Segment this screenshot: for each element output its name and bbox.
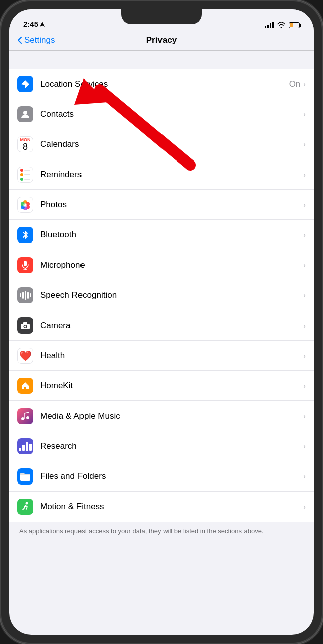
phone-screen: 2:45 xyxy=(9,9,314,635)
files-item[interactable]: Files and Folders › xyxy=(9,461,314,492)
fitness-label: Motion & Fitness xyxy=(40,502,303,512)
speech-bar-2 xyxy=(22,292,24,299)
music-icon xyxy=(17,408,33,424)
location-status-icon xyxy=(40,22,45,27)
back-button[interactable]: Settings xyxy=(17,35,55,45)
notch xyxy=(121,9,202,24)
health-label: Health xyxy=(40,351,303,361)
rem-line-1 xyxy=(24,170,30,171)
rem-dot-1 xyxy=(20,169,23,172)
svg-point-0 xyxy=(23,111,27,115)
wifi-icon xyxy=(277,22,286,28)
microphone-label: Microphone xyxy=(40,260,303,270)
files-icon xyxy=(17,468,33,485)
svg-point-16 xyxy=(26,502,28,505)
health-item[interactable]: ❤️ Health › xyxy=(9,341,314,371)
research-icon xyxy=(17,438,33,454)
music-chevron: › xyxy=(303,412,306,420)
phone-frame: 2:45 xyxy=(0,0,323,644)
back-chevron-icon xyxy=(17,36,22,44)
health-heart-icon: ❤️ xyxy=(19,351,32,361)
health-icon: ❤️ xyxy=(17,348,33,364)
files-chevron: › xyxy=(303,472,306,480)
rem-line-2 xyxy=(24,174,30,175)
svg-rect-15 xyxy=(20,474,30,481)
fitness-item[interactable]: Motion & Fitness › xyxy=(9,492,314,522)
speech-recognition-label: Speech Recognition xyxy=(40,290,303,300)
calendars-icon-inner: MON 8 xyxy=(20,137,31,151)
files-label: Files and Folders xyxy=(40,471,303,481)
bluetooth-icon xyxy=(17,227,33,243)
homekit-label: HomeKit xyxy=(40,381,303,391)
signal-bars xyxy=(265,22,274,28)
calendars-item[interactable]: MON 8 Calendars › xyxy=(9,129,314,159)
contacts-item[interactable]: Contacts › xyxy=(9,99,314,129)
signal-bar-2 xyxy=(267,25,269,28)
speech-recognition-item[interactable]: Speech Recognition › xyxy=(9,280,314,310)
back-label: Settings xyxy=(24,35,55,45)
calendars-chevron: › xyxy=(303,140,306,148)
speech-recognition-icon xyxy=(17,287,33,303)
reminders-icon xyxy=(17,167,33,183)
photos-chevron: › xyxy=(303,201,306,209)
research-bar-4 xyxy=(29,444,32,451)
research-bar-3 xyxy=(26,442,28,451)
svg-point-13 xyxy=(24,325,26,327)
homekit-item[interactable]: HomeKit › xyxy=(9,371,314,401)
svg-rect-8 xyxy=(24,261,27,266)
calendars-icon: MON 8 xyxy=(17,136,33,152)
rem-dot-3 xyxy=(20,178,23,181)
location-services-chevron: › xyxy=(303,80,306,88)
speech-bar-1 xyxy=(20,293,21,297)
homekit-icon xyxy=(17,378,33,394)
photos-flower-icon xyxy=(18,198,32,212)
calendars-label: Calendars xyxy=(40,139,303,149)
reminders-icon-inner xyxy=(20,169,30,181)
research-bar-2 xyxy=(22,445,25,451)
photos-icon xyxy=(17,197,33,213)
reminders-chevron: › xyxy=(303,171,306,179)
microphone-chevron: › xyxy=(303,261,306,269)
settings-list: Location Services On › Contacts › xyxy=(9,69,314,522)
reminders-item[interactable]: Reminders › xyxy=(9,159,314,190)
bluetooth-item[interactable]: Bluetooth › xyxy=(9,220,314,250)
contacts-label: Contacts xyxy=(40,109,303,119)
bluetooth-label: Bluetooth xyxy=(40,230,303,240)
camera-item[interactable]: Camera › xyxy=(9,310,314,341)
location-arrow-icon xyxy=(21,79,30,89)
signal-bar-4 xyxy=(272,22,274,28)
speech-bar-3 xyxy=(25,291,26,300)
homekit-house-icon xyxy=(21,381,30,390)
rem-row-3 xyxy=(20,178,30,181)
photos-item[interactable]: Photos › xyxy=(9,190,314,220)
photos-label: Photos xyxy=(40,200,303,210)
microphone-item[interactable]: Microphone › xyxy=(9,250,314,280)
research-bar-1 xyxy=(19,448,21,451)
rem-row-1 xyxy=(20,169,30,172)
research-bars-icon xyxy=(19,442,32,451)
time-display: 2:45 xyxy=(23,20,38,28)
research-label: Research xyxy=(40,441,303,451)
health-chevron: › xyxy=(303,352,306,360)
location-services-label: Location Services xyxy=(40,79,289,89)
nav-bar: Settings Privacy xyxy=(9,31,314,51)
microphone-icon xyxy=(17,257,33,273)
bluetooth-chevron: › xyxy=(303,231,306,239)
footer-text: As applications request access to your d… xyxy=(9,522,314,541)
camera-icon xyxy=(17,317,33,334)
status-time: 2:45 xyxy=(23,20,45,28)
status-icons xyxy=(265,22,300,28)
rem-row-2 xyxy=(20,173,30,176)
microphone-symbol-icon xyxy=(21,260,29,270)
research-item[interactable]: Research › xyxy=(9,431,314,461)
contacts-icon xyxy=(17,106,33,122)
contacts-person-icon xyxy=(20,109,30,119)
signal-bar-1 xyxy=(265,26,266,28)
music-item[interactable]: Media & Apple Music › xyxy=(9,401,314,431)
camera-chevron: › xyxy=(303,321,306,330)
location-services-item[interactable]: Location Services On › xyxy=(9,69,314,99)
location-services-icon xyxy=(17,76,33,92)
fitness-runner-icon xyxy=(20,502,30,512)
speech-bar-5 xyxy=(30,293,31,297)
location-services-value: On xyxy=(289,79,301,89)
